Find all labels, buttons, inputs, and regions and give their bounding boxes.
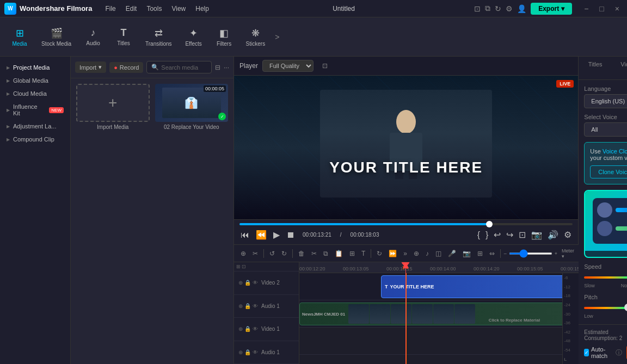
topbar-icon-4[interactable]: ⚙: [506, 4, 513, 13]
topbar-icon-2[interactable]: ⧉: [485, 4, 490, 13]
timeline-delete[interactable]: 🗑: [296, 249, 307, 258]
sidebar-item-influence-kit[interactable]: ▶ Influence Kit NEW: [0, 100, 70, 120]
menu-edit[interactable]: Edit: [121, 4, 142, 14]
timeline-paste[interactable]: 📋: [333, 249, 345, 258]
audio-btn[interactable]: ♪: [423, 249, 431, 258]
tool-audio[interactable]: ♪ Audio: [79, 24, 107, 50]
toolbar-more[interactable]: >: [273, 30, 281, 44]
timeline-text[interactable]: T: [359, 249, 367, 258]
more-icon[interactable]: ···: [224, 64, 229, 71]
timeline-split[interactable]: ✂: [250, 249, 260, 258]
track-add-icon2[interactable]: ⊕: [238, 303, 243, 309]
tool-stickers[interactable]: ❋ Stickers: [241, 24, 271, 50]
timeline-crop[interactable]: ⊞: [347, 249, 357, 258]
auto-match-toggle[interactable]: ✓ Auto-match: [584, 346, 610, 359]
menu-file[interactable]: File: [101, 4, 120, 14]
tool-titles[interactable]: T Titles: [109, 24, 138, 50]
split-view-btn[interactable]: ◫: [433, 249, 444, 258]
menu-help[interactable]: Help: [191, 4, 213, 14]
track-eye-icon4[interactable]: 👁: [253, 349, 258, 355]
auto-match-checkbox[interactable]: ✓: [584, 349, 589, 356]
insert-button[interactable]: ↩: [493, 229, 502, 241]
fullscreen-button[interactable]: ⊡: [518, 229, 527, 241]
sidebar-item-compound-clip[interactable]: ▶ Compound Clip: [0, 133, 70, 146]
mark-in-button[interactable]: {: [476, 229, 481, 241]
timeline-rotate[interactable]: ↻: [374, 249, 384, 258]
zoom-slider[interactable]: [509, 252, 552, 255]
clone-voice-button[interactable]: Clone Voice: [590, 165, 627, 178]
topbar-icon-1[interactable]: ⊡: [474, 4, 481, 13]
tab-titles[interactable]: Titles: [579, 57, 612, 79]
timeline-thumb[interactable]: [486, 221, 493, 227]
topbar-icon-3[interactable]: ↻: [495, 4, 501, 13]
import-media-item[interactable]: + Import Media: [76, 84, 150, 359]
timeline-add-track[interactable]: ⊕: [238, 249, 248, 258]
title-clip[interactable]: T YOUR TITLE HERE: [381, 275, 579, 298]
voice-clone-link[interactable]: Voice Clone: [603, 148, 627, 155]
record-button[interactable]: ● Record: [109, 62, 143, 73]
audio-clip[interactable]: NewsJMH CMJED 01: [299, 303, 579, 325]
timeline-copy[interactable]: ⧉: [321, 249, 330, 258]
auto-match-info-icon[interactable]: ⓘ: [616, 348, 622, 357]
snapshot-button[interactable]: 📷: [530, 229, 543, 241]
menu-view[interactable]: View: [167, 4, 190, 14]
track-lock-icon2[interactable]: 🔒: [244, 303, 251, 309]
sidebar-item-project-media[interactable]: ▶ Project Media: [0, 61, 70, 74]
track-lock-icon4[interactable]: 🔒: [244, 349, 251, 355]
language-select[interactable]: English (US): [584, 94, 627, 108]
tool-transitions[interactable]: ⇄ Transitions: [140, 24, 177, 50]
tool-media[interactable]: ⊞ Media: [5, 24, 34, 50]
track-add-icon[interactable]: ⊕: [238, 280, 243, 286]
split-btn2[interactable]: ⇔: [487, 249, 497, 258]
camera-btn[interactable]: 📷: [460, 249, 473, 258]
skip-back-button[interactable]: ⏮: [239, 229, 250, 241]
video-media-item[interactable]: 👔 00:00:05 ✓ 02 Replace Your Video: [155, 84, 229, 359]
tool-effects[interactable]: ✦ Effects: [180, 24, 208, 50]
timeline-cut[interactable]: ✂: [309, 249, 319, 258]
tool-filters[interactable]: ◧ Filters: [210, 24, 238, 50]
volume-button[interactable]: 🔊: [546, 229, 560, 241]
snap-button[interactable]: ⊕: [411, 249, 421, 258]
track-add-icon3[interactable]: ⊕: [238, 326, 243, 332]
track-eye-icon2[interactable]: 👁: [253, 303, 258, 309]
player-timeline[interactable]: [239, 223, 573, 225]
voice-btn[interactable]: 🎤: [446, 249, 458, 258]
overwrite-button[interactable]: ↪: [505, 229, 514, 241]
track-eye-icon3[interactable]: 👁: [253, 326, 258, 332]
track-eye-icon[interactable]: 👁: [253, 280, 258, 286]
import-button[interactable]: Import ▾: [75, 61, 106, 73]
pitch-track[interactable]: [584, 307, 627, 309]
topbar-icon-5[interactable]: 👤: [517, 4, 526, 13]
timeline-more-tools[interactable]: »: [401, 249, 409, 258]
stop-button[interactable]: ⏹: [285, 229, 296, 241]
aspect-ratio-icon[interactable]: ⊡: [322, 62, 328, 70]
settings-btn[interactable]: ⊞: [475, 249, 485, 258]
import-thumb[interactable]: +: [76, 84, 150, 122]
minimize-button[interactable]: −: [581, 3, 592, 14]
speed-track[interactable]: [584, 276, 627, 279]
sidebar-item-cloud-media[interactable]: ▶ Cloud Media: [0, 87, 70, 100]
maximize-button[interactable]: □: [596, 3, 607, 14]
mark-out-button[interactable]: }: [484, 229, 489, 241]
sidebar-item-adjustment[interactable]: ▶ Adjustment La...: [0, 120, 70, 133]
sidebar-item-global-media[interactable]: ▶ Global Media: [0, 74, 70, 87]
timeline-undo[interactable]: ↺: [267, 249, 277, 258]
tracks-icon[interactable]: ⊞: [236, 264, 241, 269]
playhead[interactable]: [405, 262, 406, 364]
timeline-speed[interactable]: ⏩: [386, 249, 399, 258]
timeline-redo[interactable]: ↻: [279, 249, 289, 258]
step-back-button[interactable]: ⏪: [255, 229, 268, 241]
pitch-thumb[interactable]: [624, 304, 627, 311]
track-lock-icon[interactable]: 🔒: [244, 280, 251, 286]
tool-stock-media[interactable]: 🎬 Stock Media: [36, 24, 77, 50]
voice-select[interactable]: All: [584, 122, 627, 137]
play-button[interactable]: ▶: [272, 229, 281, 241]
menu-tools[interactable]: Tools: [142, 4, 166, 14]
settings-button[interactable]: ⚙: [563, 229, 573, 241]
export-button[interactable]: Export ▾: [531, 3, 572, 15]
quality-select[interactable]: Full Quality: [262, 60, 314, 72]
track-add-icon4[interactable]: ⊕: [238, 349, 243, 355]
filter-icon[interactable]: ⊟: [215, 64, 220, 71]
track-lock-icon3[interactable]: 🔒: [244, 326, 251, 332]
tab-video[interactable]: Video: [612, 57, 627, 79]
